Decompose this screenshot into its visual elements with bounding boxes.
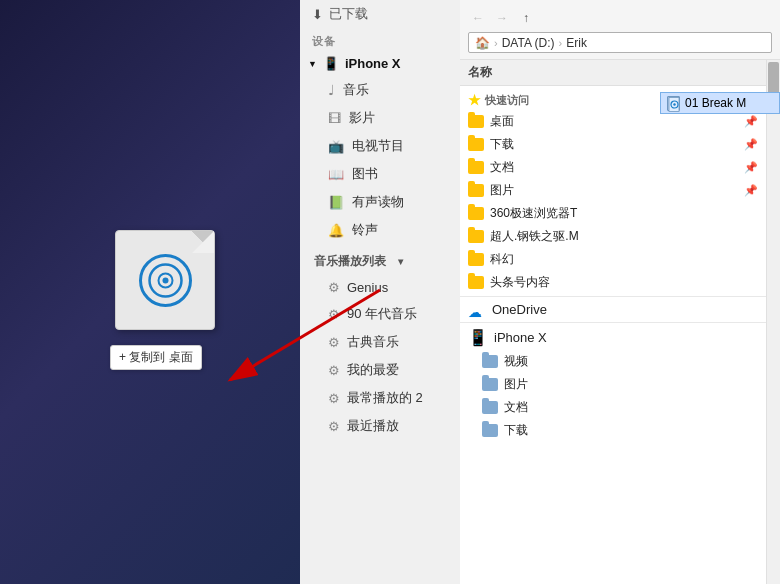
address-data-label: DATA (D:)	[502, 36, 555, 50]
explorer-titlebar: ← → ↑ 🏠 › DATA (D:) › Erik	[460, 0, 780, 60]
itunes-movies-item[interactable]: 🎞 影片	[300, 104, 469, 132]
iphone-list-icon: 📱	[468, 328, 488, 347]
iphone-icon: 📱	[323, 56, 339, 71]
note-icon: ♩	[328, 82, 335, 98]
itunes-downloaded-item[interactable]: ⬇ 已下载	[300, 0, 469, 28]
explorer-content: 名称 ★ 快速访问 桌面 📌 下载 📌 文档 📌	[460, 60, 780, 584]
selected-file-row[interactable]: 01 Break M	[660, 92, 780, 114]
up-icon: ↑	[523, 11, 529, 25]
folder-icon-iphone-dls	[482, 424, 498, 437]
iphone-device-item[interactable]: ▼ 📱 iPhone X	[300, 51, 469, 76]
folder-icon-pics	[468, 184, 484, 197]
playlist-favorites[interactable]: ⚙ 我的最爱	[300, 356, 469, 384]
address-erik-label: Erik	[566, 36, 587, 50]
nav-back-button[interactable]: ←	[468, 8, 488, 28]
file-list-header: 名称	[460, 60, 766, 86]
folder-icon-desktop	[468, 115, 484, 128]
devices-section-header: 设备	[300, 28, 469, 51]
itunes-audiobooks-item[interactable]: 📗 有声读物	[300, 188, 469, 216]
explorer-panel: ← → ↑ 🏠 › DATA (D:) › Erik 名称 ★	[460, 0, 780, 584]
file-icon	[115, 230, 215, 330]
gear-icon-recent: ⚙	[328, 419, 340, 434]
pin-icon-desktop: 📌	[744, 115, 758, 128]
playlist-section-header[interactable]: 音乐播放列表 ▾	[300, 248, 469, 275]
folder-icon-scifi	[468, 253, 484, 266]
explorer-scrollbar[interactable]	[766, 60, 780, 584]
folder-icon-docs	[468, 161, 484, 174]
film-icon: 🎞	[328, 111, 341, 126]
address-separator2: ›	[559, 37, 563, 49]
nav-forward-button[interactable]: →	[492, 8, 512, 28]
quick-downloads-item[interactable]: 下载 📌	[460, 133, 766, 156]
bell-icon: 🔔	[328, 223, 344, 238]
audiobook-icon: 📗	[328, 195, 344, 210]
iphone-section-item[interactable]: 📱 iPhone X	[460, 325, 766, 350]
gear-icon-fav: ⚙	[328, 363, 340, 378]
folder-icon-downloads	[468, 138, 484, 151]
divider2	[460, 322, 766, 323]
quick-360-item[interactable]: 360极速浏览器T	[460, 202, 766, 225]
quick-toutiao-item[interactable]: 头条号内容	[460, 271, 766, 294]
itunes-tvshows-item[interactable]: 📺 电视节目	[300, 132, 469, 160]
copy-tooltip: + 复制到 桌面	[110, 345, 202, 370]
playlist-recent[interactable]: ⚙ 最近播放	[300, 412, 469, 440]
scroll-track	[767, 60, 780, 584]
playlist-genius[interactable]: ⚙ Genius	[300, 275, 469, 300]
folder-icon-iphone-pics	[482, 378, 498, 391]
iphone-pictures-item[interactable]: 图片	[460, 373, 766, 396]
svg-point-8	[673, 103, 675, 105]
folder-icon-360	[468, 207, 484, 220]
quick-documents-item[interactable]: 文档 📌	[460, 156, 766, 179]
playlist-classical[interactable]: ⚙ 古典音乐	[300, 328, 469, 356]
itunes-ringtones-item[interactable]: 🔔 铃声	[300, 216, 469, 244]
quick-access-label: 快速访问	[485, 93, 529, 108]
star-icon: ★	[468, 92, 481, 108]
device-name-label: iPhone X	[345, 56, 401, 71]
forward-icon: →	[496, 11, 508, 25]
divider1	[460, 296, 766, 297]
file-icon-container	[105, 230, 225, 360]
quick-scifi-item[interactable]: 科幻	[460, 248, 766, 271]
nav-up-button[interactable]: ↑	[516, 8, 536, 28]
folder-icon-iphone-docs	[482, 401, 498, 414]
name-column-header: 名称	[468, 64, 492, 81]
playlist-most-played[interactable]: ⚙ 最常播放的 2	[300, 384, 469, 412]
back-icon: ←	[472, 11, 484, 25]
iphone-downloads-item[interactable]: 下载	[460, 419, 766, 442]
book-icon: 📖	[328, 167, 344, 182]
onedrive-icon: ☁	[468, 304, 486, 316]
quick-superman-item[interactable]: 超人.钢铁之驱.M	[460, 225, 766, 248]
cd-svg-icon	[138, 253, 193, 308]
gear-icon-classical: ⚙	[328, 335, 340, 350]
pin-icon-docs: 📌	[744, 161, 758, 174]
folder-icon-superman	[468, 230, 484, 243]
pin-icon-downloads: 📌	[744, 138, 758, 151]
pin-icon-pics: 📌	[744, 184, 758, 197]
gear-icon-most: ⚙	[328, 391, 340, 406]
itunes-panel: ⬇ 已下载 设备 ▼ 📱 iPhone X ♩ 音乐 🎞 影片 📺 电视节目 📖…	[300, 0, 470, 584]
file-list: 名称 ★ 快速访问 桌面 📌 下载 📌 文档 📌	[460, 60, 766, 584]
itunes-books-item[interactable]: 📖 图书	[300, 160, 469, 188]
iphone-videos-item[interactable]: 视频	[460, 350, 766, 373]
selected-file-label: 01 Break M	[685, 96, 746, 110]
address-bar[interactable]: 🏠 › DATA (D:) › Erik	[468, 32, 772, 53]
itunes-music-item[interactable]: ♩ 音乐	[300, 76, 469, 104]
svg-point-3	[162, 277, 168, 283]
arrow-down-icon: ▾	[398, 256, 403, 267]
downloaded-label: 已下载	[329, 5, 368, 23]
download-icon: ⬇	[312, 7, 323, 22]
address-separator1: ›	[494, 37, 498, 49]
copy-label: + 复制到 桌面	[119, 349, 193, 366]
gear-icon-genius: ⚙	[328, 280, 340, 295]
playlist-label: 音乐播放列表	[314, 253, 386, 270]
iphone-docs-item[interactable]: 文档	[460, 396, 766, 419]
home-icon: 🏠	[475, 36, 490, 50]
tv-icon: 📺	[328, 139, 344, 154]
gear-icon-90s: ⚙	[328, 307, 340, 322]
quick-pictures-item[interactable]: 图片 📌	[460, 179, 766, 202]
explorer-nav: ← → ↑	[460, 0, 780, 32]
onedrive-item[interactable]: ☁ OneDrive	[460, 299, 766, 320]
folder-icon-toutiao	[468, 276, 484, 289]
triangle-icon: ▼	[308, 59, 317, 69]
playlist-90s[interactable]: ⚙ 90 年代音乐	[300, 300, 469, 328]
